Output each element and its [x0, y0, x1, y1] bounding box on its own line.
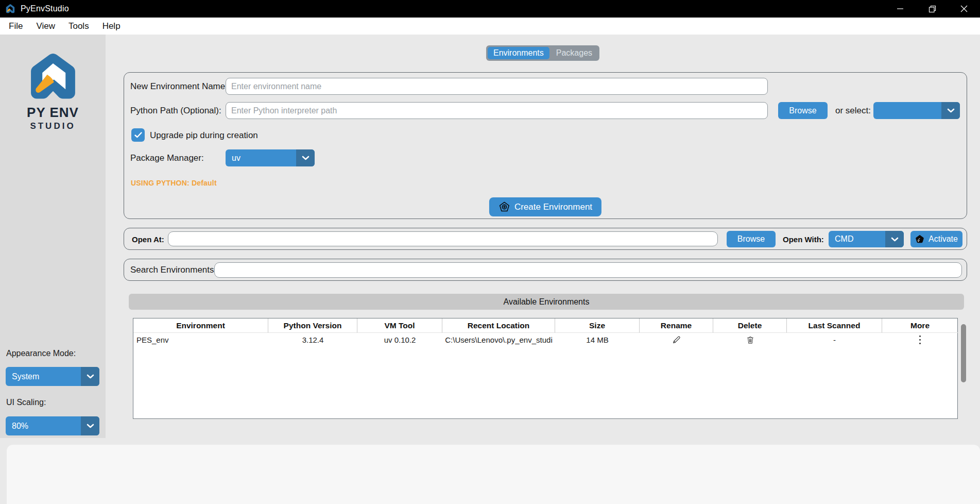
minimize-icon [897, 5, 904, 12]
open-with-value: CMD [829, 231, 885, 247]
col-size: Size [555, 318, 640, 333]
chevron-down-icon[interactable] [81, 367, 99, 386]
main-content: Environments Packages New Environment Na… [106, 35, 980, 438]
window-title: PyEnvStudio [21, 4, 69, 13]
create-env-icon [498, 201, 510, 213]
menu-file[interactable]: File [2, 21, 29, 31]
new-env-name-input[interactable] [226, 78, 768, 95]
upgrade-pip-label: Upgrade pip during creation [150, 130, 258, 141]
table-row: PES_env 3.12.4 uv 0.10.2 C:\Users\Lenovo… [133, 333, 957, 347]
package-manager-label: Package Manager: [130, 153, 204, 163]
open-at-input[interactable] [168, 231, 718, 246]
minimize-button[interactable] [884, 0, 916, 18]
ui-scaling-value: 80% [6, 416, 81, 435]
tab-packages[interactable]: Packages [551, 47, 598, 59]
table-header-row: Environment Python Version VM Tool Recen… [133, 318, 957, 333]
ui-scaling-dropdown[interactable]: 80% [6, 416, 99, 435]
python-select-dropdown[interactable] [873, 102, 960, 119]
close-icon [960, 5, 968, 12]
chevron-down-icon[interactable] [941, 102, 960, 119]
or-select-label: or select: [835, 106, 871, 116]
ui-scaling-label: UI Scaling: [6, 398, 46, 407]
create-environment-button[interactable]: Create Environment [489, 197, 601, 216]
cell-last-scanned: - [787, 333, 882, 347]
app-logo: PY ENV STUDIO [0, 50, 106, 131]
chevron-down-icon[interactable] [885, 231, 904, 247]
more-vertical-icon [919, 335, 921, 345]
view-tabs: Environments Packages [486, 45, 599, 61]
new-env-name-label: New Environment Name: [130, 81, 228, 92]
available-environments-header: Available Environments [129, 294, 964, 310]
logo-text-line1: PY ENV [0, 105, 106, 121]
pencil-icon [672, 335, 681, 345]
create-environment-panel: New Environment Name: Python Path (Optio… [124, 72, 967, 219]
restore-icon [929, 5, 936, 13]
menu-help[interactable]: Help [96, 21, 127, 31]
open-at-label: Open At: [132, 235, 164, 244]
title-bar: PyEnvStudio [0, 0, 980, 18]
chevron-down-icon[interactable] [81, 416, 99, 435]
trash-icon [746, 335, 755, 345]
cell-size: 14 MB [555, 333, 640, 347]
python-path-browse-button[interactable]: Browse [778, 102, 828, 119]
package-manager-value: uv [226, 149, 296, 166]
python-path-label: Python Path (Optional): [130, 106, 221, 116]
upgrade-pip-checkbox[interactable] [131, 128, 145, 142]
environments-table: Environment Python Version VM Tool Recen… [133, 318, 958, 419]
menu-view[interactable]: View [29, 21, 62, 31]
col-rename: Rename [640, 318, 713, 333]
col-python-version: Python Version [268, 318, 357, 333]
menu-bar: File View Tools Help [0, 18, 980, 35]
delete-button[interactable] [713, 333, 787, 347]
col-environment: Environment [133, 318, 268, 333]
cell-environment: PES_env [133, 333, 268, 347]
col-delete: Delete [713, 318, 787, 333]
activate-button[interactable]: Activate [910, 231, 962, 247]
appearance-mode-value: System [6, 367, 81, 386]
open-at-browse-button[interactable]: Browse [727, 231, 776, 247]
search-environments-input[interactable] [214, 262, 962, 278]
logo-text-line2: STUDIO [0, 121, 106, 131]
appearance-mode-dropdown[interactable]: System [6, 367, 99, 386]
app-logo-icon [5, 4, 15, 14]
open-with-dropdown[interactable]: CMD [829, 231, 904, 247]
python-path-input[interactable] [226, 102, 768, 119]
col-vm-tool: VM Tool [357, 318, 442, 333]
tab-environments[interactable]: Environments [488, 47, 549, 59]
using-python-status: USING PYTHON: Default [131, 179, 217, 187]
col-recent-location: Recent Location [442, 318, 555, 333]
menu-tools[interactable]: Tools [62, 21, 96, 31]
chevron-down-icon[interactable] [296, 149, 315, 166]
appearance-mode-label: Appearance Mode: [6, 349, 76, 358]
restore-button[interactable] [916, 0, 948, 18]
cell-python-version: 3.12.4 [268, 333, 357, 347]
search-panel: Search Environments: [124, 259, 967, 281]
logo-icon [26, 50, 80, 104]
sidebar: PY ENV STUDIO Appearance Mode: System UI… [0, 35, 106, 438]
rename-button[interactable] [640, 333, 713, 347]
open-with-label: Open With: [783, 235, 824, 244]
python-select-value [873, 102, 941, 119]
bottom-output-panel [7, 445, 980, 504]
cell-vm-tool: uv 0.10.2 [357, 333, 442, 347]
close-button[interactable] [948, 0, 980, 18]
col-more: More [882, 318, 958, 333]
activate-icon [915, 234, 924, 244]
col-last-scanned: Last Scanned [787, 318, 882, 333]
search-environments-label: Search Environments: [130, 265, 216, 275]
activate-label: Activate [929, 234, 958, 244]
cell-recent-location: C:\Users\Lenovo\.py_env_studi [442, 333, 555, 347]
package-manager-dropdown[interactable]: uv [226, 149, 315, 166]
more-button[interactable] [882, 333, 958, 347]
check-icon [134, 132, 142, 138]
create-environment-label: Create Environment [514, 202, 592, 212]
open-at-panel: Open At: Browse Open With: CMD Activate [124, 228, 967, 250]
table-scrollbar[interactable] [961, 324, 966, 382]
